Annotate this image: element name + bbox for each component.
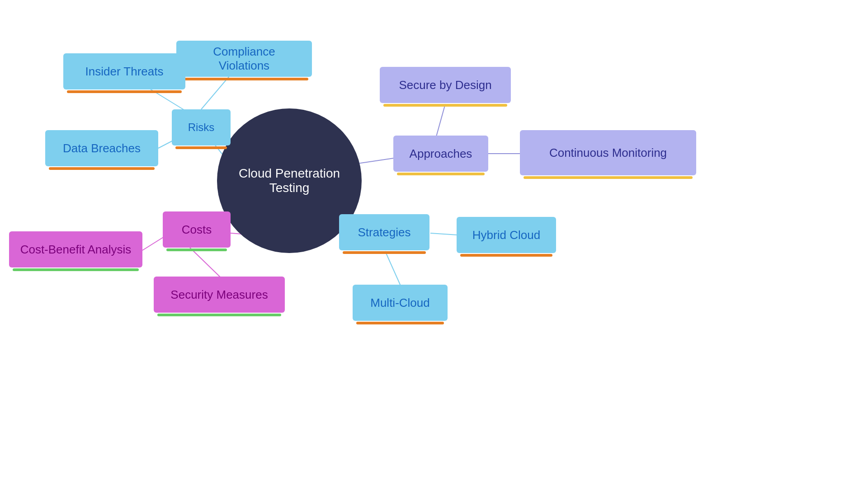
hybrid-cloud-node[interactable]: Hybrid Cloud [457,217,556,253]
security-measures-label: Security Measures [170,288,268,302]
risks-label: Risks [188,121,215,134]
center-label: Cloud Penetration Testing [217,166,362,195]
insider-threats-node[interactable]: Insider Threats [63,53,185,89]
cost-benefit-node[interactable]: Cost-Benefit Analysis [9,231,142,267]
secure-by-design-node[interactable]: Secure by Design [380,67,511,103]
continuous-monitoring-node[interactable]: Continuous Monitoring [520,130,696,175]
hybrid-cloud-label: Hybrid Cloud [472,228,540,242]
approaches-label: Approaches [410,147,472,161]
cost-benefit-label: Cost-Benefit Analysis [20,243,132,257]
approaches-node[interactable]: Approaches [393,136,488,172]
svg-line-12 [385,251,401,286]
compliance-violations-node[interactable]: Compliance Violations [176,41,312,77]
strategies-label: Strategies [358,225,410,239]
svg-line-5 [436,104,445,136]
multi-cloud-node[interactable]: Multi-Cloud [353,285,448,321]
costs-node[interactable]: Costs [163,211,231,248]
continuous-label: Continuous Monitoring [549,146,667,160]
data-breaches-node[interactable]: Data Breaches [45,130,158,166]
security-measures-node[interactable]: Security Measures [154,277,285,313]
multi-cloud-label: Multi-Cloud [370,296,430,310]
secure-design-label: Secure by Design [399,78,491,92]
strategies-node[interactable]: Strategies [339,214,429,250]
risks-node[interactable]: Risks [172,109,231,145]
costs-label: Costs [182,223,212,237]
svg-line-11 [430,233,458,235]
compliance-label: Compliance Violations [187,45,301,73]
insider-label: Insider Threats [85,65,164,79]
data-breaches-label: Data Breaches [63,141,141,155]
svg-line-9 [190,248,221,277]
